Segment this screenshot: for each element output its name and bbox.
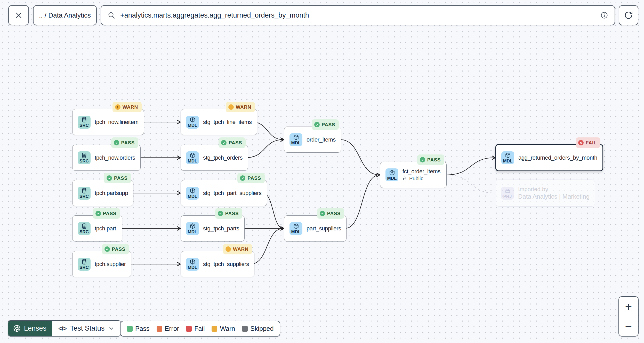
cube-icon: MDL (186, 151, 199, 164)
legend-label: Pass (135, 325, 150, 332)
status-badge: PASS (215, 208, 242, 219)
node-title: part_suppliers (307, 225, 341, 232)
status-fail-icon (578, 140, 584, 145)
legend-label: Error (165, 325, 179, 332)
cube-icon: MDL (385, 168, 398, 181)
legend-item-fail: Fail (186, 325, 205, 332)
status-badge: PASS (93, 208, 120, 219)
node-fct_order_items[interactable]: MDL fct_order_items Public PASS (380, 162, 447, 188)
lenses-button[interactable]: Lenses (8, 321, 52, 336)
node-type-label: MDL (188, 265, 197, 270)
node-type-label: SRC (79, 230, 89, 234)
node-type-label: SRC (79, 123, 89, 128)
cube-icon: MDL (289, 133, 302, 146)
node-title: agg_returned_orders_by_month (518, 154, 597, 161)
legend-swatch (157, 326, 162, 332)
node-order_items[interactable]: MDL order_items PASS (284, 127, 341, 153)
importing-project-label: Data Analytics | Marketing (518, 193, 590, 200)
legend-item-pass: Pass (127, 325, 150, 332)
node-agg_returned_orders_by_month[interactable]: MDL agg_returned_orders_by_month FAIL (495, 144, 603, 171)
status-pass-icon (320, 211, 325, 216)
node-title: tpch.supplier (95, 261, 126, 268)
legend-swatch (212, 326, 217, 332)
status-warn-icon (226, 246, 231, 252)
status-badge: FAIL (576, 137, 600, 148)
cube-icon: MDL (501, 151, 514, 164)
database-icon: SRC (78, 187, 91, 200)
node-type-label: MDL (387, 176, 397, 181)
lineage-canvas[interactable]: SRC tpch_now.lineitem WARN SRC tpch_now.… (0, 0, 644, 343)
imported-by-label: Imported by (518, 186, 590, 193)
database-icon: SRC (78, 222, 91, 235)
status-pass-icon (104, 246, 110, 252)
status-pass-icon (314, 122, 320, 127)
status-pass-icon (95, 211, 101, 216)
legend-label: Warn (220, 325, 235, 332)
cube-icon: MDL (186, 116, 199, 129)
legend-item-skipped: Skipped (242, 325, 273, 332)
status-badge: PASS (312, 119, 339, 130)
node-stg_tpch_orders[interactable]: MDL stg_tpch_orders PASS (181, 145, 248, 171)
chevron-down-icon (108, 325, 114, 332)
lenses-label: Lenses (24, 324, 46, 332)
legend-swatch (242, 326, 248, 332)
status-badge: PASS (417, 154, 444, 165)
zoom-out-button[interactable]: − (619, 316, 638, 336)
zoom-in-button[interactable]: + (619, 297, 638, 316)
node-type-label: SRC (79, 159, 89, 163)
node-type-label: MDL (188, 159, 197, 163)
node-title: stg_tpch_part_suppliers (203, 190, 262, 197)
test-status-label: Test Status (70, 324, 105, 332)
status-warn-icon (228, 104, 234, 110)
test-status-legend: Pass Error Fail Warn Skipped (120, 321, 280, 337)
node-tpch_part[interactable]: SRC tpch.part PASS (72, 215, 122, 241)
legend-swatch (186, 326, 192, 332)
status-pass-icon (420, 157, 425, 162)
legend-item-warn: Warn (212, 325, 235, 332)
node-stg_tpch_parts[interactable]: MDL stg_tpch_parts PASS (181, 215, 245, 241)
node-stg_tpch_part_suppliers[interactable]: MDL stg_tpch_part_suppliers PASS (181, 180, 267, 206)
node-stg_tpch_line_items[interactable]: MDL stg_tpch_line_items WARN (181, 109, 257, 135)
test-status-dropdown[interactable]: </> Test Status (52, 321, 120, 336)
database-icon: SRC (78, 258, 91, 271)
status-badge: WARN (226, 102, 255, 112)
node-type-label: MDL (503, 159, 513, 163)
node-part_suppliers[interactable]: MDL part_suppliers PASS (284, 215, 347, 241)
node-type-label: SRC (79, 265, 89, 270)
node-type-label: PRJ (503, 194, 512, 199)
status-badge: PASS (111, 137, 138, 148)
node-title: fct_order_items (403, 168, 440, 175)
node-title: stg_tpch_orders (203, 154, 243, 161)
project-icon: PRJ (501, 187, 514, 200)
legend-item-error: Error (157, 325, 179, 332)
database-icon: SRC (78, 151, 91, 164)
lock-open-icon (403, 176, 407, 181)
node-title: tpch.partsupp (95, 190, 128, 197)
node-title: tpch_now.orders (95, 154, 135, 161)
status-pass-icon (240, 175, 245, 181)
node-title: order_items (307, 136, 336, 143)
status-badge: PASS (219, 137, 246, 148)
node-tpch_partsupp[interactable]: SRC tpch.partsupp PASS (72, 180, 133, 206)
node-title: stg_tpch_suppliers (203, 261, 249, 268)
node-tpch_now_orders[interactable]: SRC tpch_now.orders PASS (72, 145, 141, 171)
node-title: stg_tpch_line_items (203, 119, 252, 126)
node-type-label: MDL (188, 123, 197, 128)
cube-icon: MDL (186, 258, 199, 271)
zoom-controls: + − (618, 296, 639, 337)
legend-label: Fail (194, 325, 205, 332)
status-pass-icon (114, 140, 119, 145)
node-title: stg_tpch_parts (203, 225, 239, 232)
status-badge: PASS (237, 173, 264, 183)
status-pass-icon (107, 175, 112, 181)
cube-icon: MDL (289, 222, 302, 235)
node-tpch_supplier[interactable]: SRC tpch.supplier PASS (72, 251, 131, 277)
status-badge: PASS (102, 244, 129, 254)
node-title: tpch.part (95, 225, 116, 232)
status-pass-icon (221, 140, 227, 145)
status-badge: WARN (223, 244, 252, 254)
node-stg_tpch_suppliers[interactable]: MDL stg_tpch_suppliers WARN (181, 251, 254, 277)
cube-icon: MDL (186, 187, 199, 200)
status-badge: WARN (112, 102, 142, 112)
node-tpch_now_lineitem[interactable]: SRC tpch_now.lineitem WARN (72, 109, 144, 135)
